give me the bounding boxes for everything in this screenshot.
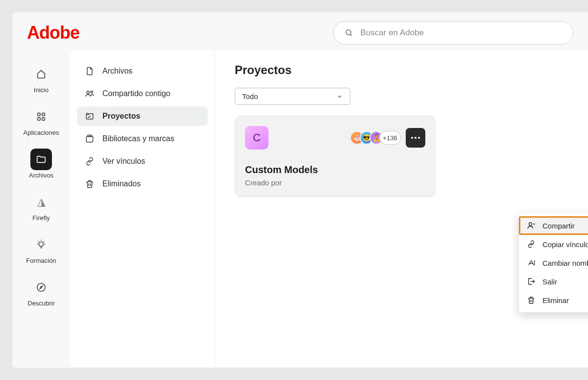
firefly-icon: ◮ bbox=[30, 191, 52, 213]
file-icon bbox=[85, 66, 95, 76]
svg-rect-2 bbox=[38, 113, 41, 116]
link-icon bbox=[85, 156, 95, 166]
menu-share[interactable]: Compartir bbox=[519, 216, 588, 235]
panel-deleted[interactable]: Eliminados bbox=[77, 174, 208, 194]
nav-rail: Inicio Aplicaciones Archivos ◮ Firefly bbox=[12, 51, 70, 367]
svg-point-14 bbox=[87, 91, 89, 94]
more-button[interactable] bbox=[406, 128, 425, 148]
adobe-logo[interactable]: Adobe bbox=[27, 23, 79, 43]
context-menu: Compartir Copiar vínculo Cambiar nombre … bbox=[519, 213, 588, 312]
rail-apps[interactable]: Aplicaciones bbox=[12, 106, 70, 137]
svg-point-15 bbox=[91, 91, 93, 93]
menu-rename[interactable]: Cambiar nombre bbox=[519, 253, 588, 272]
link-icon bbox=[527, 240, 536, 249]
menu-delete[interactable]: Eliminar bbox=[519, 291, 588, 309]
svg-rect-17 bbox=[88, 135, 92, 137]
menu-share-label: Compartir bbox=[542, 222, 575, 230]
collaborator-avatars[interactable]: 🎂 😎 🧘 +136 bbox=[350, 131, 401, 145]
panel-shared[interactable]: Compartido contigo bbox=[77, 84, 208, 103]
card-top: C 🎂 😎 🧘 +136 bbox=[245, 126, 425, 150]
header: Adobe bbox=[12, 12, 588, 51]
rail-learn-label: Formación bbox=[23, 257, 59, 265]
body: Inicio Aplicaciones Archivos ◮ Firefly bbox=[12, 51, 588, 367]
panel-links[interactable]: Ver vínculos bbox=[77, 152, 208, 171]
panel-links-label: Ver vínculos bbox=[102, 157, 145, 166]
rail-files[interactable]: Archivos bbox=[12, 149, 70, 179]
main-content: Proyectos Todo C 🎂 😎 🧘 +136 bbox=[215, 51, 588, 367]
exit-icon bbox=[527, 277, 536, 286]
panel-deleted-label: Eliminados bbox=[102, 179, 141, 188]
menu-leave[interactable]: Salir bbox=[519, 272, 588, 291]
user-plus-icon bbox=[527, 221, 536, 230]
panel-archives[interactable]: Archivos bbox=[77, 61, 208, 81]
rail-home[interactable]: Inicio bbox=[12, 63, 70, 94]
svg-rect-4 bbox=[38, 118, 41, 121]
card-actions: 🎂 😎 🧘 +136 bbox=[350, 128, 425, 148]
rail-files-label: Archivos bbox=[26, 172, 56, 179]
svg-point-6 bbox=[39, 242, 43, 246]
panel-shared-label: Compartido contigo bbox=[102, 89, 171, 98]
avatar-overflow-count: +136 bbox=[379, 131, 401, 145]
project-subtitle: Creado por bbox=[245, 178, 425, 187]
files-panel: Archivos Compartido contigo Proyectos Bi… bbox=[70, 51, 215, 367]
svg-point-20 bbox=[529, 223, 532, 226]
project-thumbnail: C bbox=[245, 126, 269, 150]
home-icon bbox=[30, 63, 52, 85]
project-title: Custom Models bbox=[245, 164, 425, 176]
menu-copy-link[interactable]: Copiar vínculo bbox=[519, 235, 588, 253]
chevron-down-icon bbox=[336, 93, 343, 100]
menu-delete-label: Eliminar bbox=[542, 296, 569, 304]
apps-icon bbox=[30, 106, 52, 127]
panel-projects-label: Proyectos bbox=[102, 112, 140, 121]
people-icon bbox=[85, 89, 95, 99]
panel-projects[interactable]: Proyectos bbox=[77, 106, 208, 126]
svg-point-13 bbox=[37, 283, 46, 291]
rail-discover[interactable]: Descubrir bbox=[12, 277, 70, 307]
compass-icon bbox=[30, 277, 52, 298]
svg-line-11 bbox=[38, 241, 39, 242]
filter-value: Todo bbox=[242, 92, 258, 101]
rail-firefly[interactable]: ◮ Firefly bbox=[12, 191, 70, 222]
rail-home-label: Inicio bbox=[31, 87, 51, 94]
project-card[interactable]: C 🎂 😎 🧘 +136 Custom Models bbox=[235, 116, 436, 197]
svg-line-1 bbox=[350, 34, 352, 36]
projects-icon bbox=[85, 111, 95, 121]
svg-point-0 bbox=[346, 30, 351, 35]
panel-libraries[interactable]: Bibliotecas y marcas bbox=[77, 129, 208, 149]
panel-libraries-label: Bibliotecas y marcas bbox=[102, 134, 174, 143]
rail-apps-label: Aplicaciones bbox=[21, 129, 62, 137]
svg-rect-16 bbox=[86, 136, 93, 142]
rename-icon bbox=[527, 258, 536, 267]
filter-dropdown[interactable]: Todo bbox=[235, 88, 350, 105]
menu-leave-label: Salir bbox=[542, 278, 557, 286]
rail-firefly-label: Firefly bbox=[29, 215, 52, 222]
page-title: Proyectos bbox=[235, 63, 568, 77]
libraries-icon bbox=[85, 134, 95, 144]
search-wrap bbox=[333, 21, 573, 45]
search-input[interactable] bbox=[361, 28, 562, 38]
trash-icon bbox=[527, 296, 536, 304]
rail-learn[interactable]: Formación bbox=[12, 234, 70, 265]
folder-icon bbox=[30, 149, 52, 170]
svg-line-10 bbox=[44, 241, 44, 242]
app-window: Adobe Inicio Aplicaciones bbox=[12, 12, 588, 368]
menu-copy-link-label: Copiar vínculo bbox=[542, 240, 588, 249]
trash-icon bbox=[85, 179, 95, 189]
rail-discover-label: Descubrir bbox=[24, 300, 58, 307]
svg-rect-5 bbox=[42, 118, 45, 121]
search-field[interactable] bbox=[333, 21, 573, 45]
menu-rename-label: Cambiar nombre bbox=[542, 259, 588, 267]
svg-rect-3 bbox=[42, 113, 45, 116]
search-icon bbox=[344, 28, 354, 38]
lightbulb-icon bbox=[30, 234, 52, 255]
panel-archives-label: Archivos bbox=[102, 67, 132, 76]
